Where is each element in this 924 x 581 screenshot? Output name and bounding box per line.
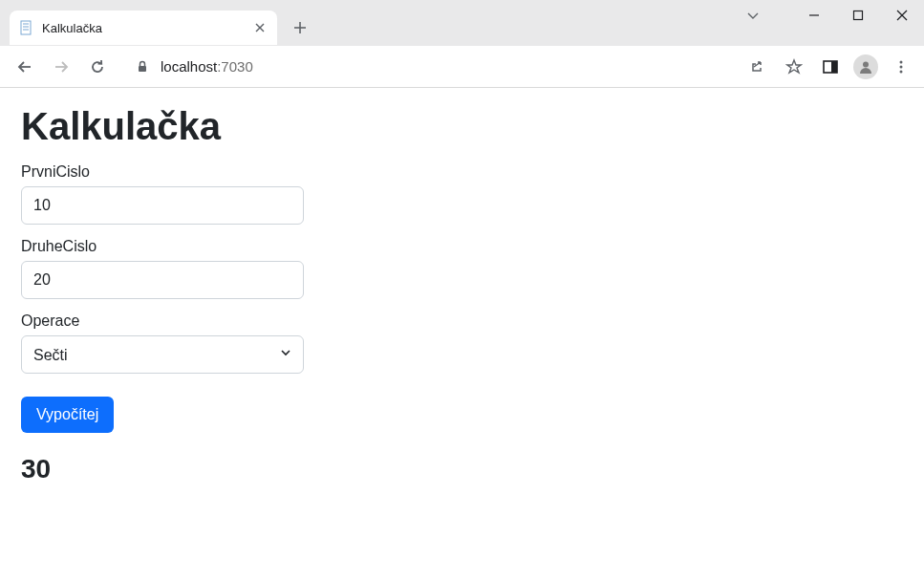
star-icon[interactable] bbox=[781, 54, 807, 80]
result-value: 30 bbox=[21, 454, 903, 484]
close-window-button[interactable] bbox=[880, 0, 924, 31]
url-port: :7030 bbox=[217, 58, 253, 75]
operation-select[interactable]: Sečti bbox=[21, 335, 304, 374]
svg-point-20 bbox=[900, 65, 903, 68]
browser-tab[interactable]: Kalkulačka bbox=[10, 11, 277, 45]
browser-toolbar: localhost:7030 bbox=[0, 46, 924, 88]
first-number-input[interactable] bbox=[21, 186, 304, 225]
svg-rect-17 bbox=[831, 61, 837, 73]
operation-label: Operace bbox=[21, 312, 903, 330]
tab-search-icon[interactable] bbox=[731, 0, 775, 31]
svg-rect-14 bbox=[139, 66, 146, 72]
svg-point-21 bbox=[900, 70, 903, 73]
first-number-group: PrvniCislo bbox=[21, 163, 903, 225]
new-tab-button[interactable] bbox=[287, 14, 313, 41]
page-favicon bbox=[19, 20, 34, 35]
profile-avatar[interactable] bbox=[853, 54, 878, 79]
window-controls bbox=[731, 0, 924, 34]
close-tab-icon[interactable] bbox=[252, 20, 268, 35]
second-number-group: DruheCislo bbox=[21, 238, 903, 299]
operation-group: Operace Sečti bbox=[21, 312, 903, 374]
svg-point-19 bbox=[900, 60, 903, 63]
svg-rect-9 bbox=[854, 11, 863, 20]
second-number-label: DruheCislo bbox=[21, 238, 903, 255]
svg-point-18 bbox=[863, 61, 869, 67]
back-button[interactable] bbox=[10, 52, 40, 82]
menu-icon[interactable] bbox=[888, 54, 914, 80]
share-icon[interactable] bbox=[744, 54, 771, 80]
svg-marker-15 bbox=[787, 60, 801, 73]
url-host: localhost bbox=[161, 58, 217, 75]
tab-title: Kalkulačka bbox=[42, 21, 252, 35]
maximize-button[interactable] bbox=[836, 0, 880, 31]
second-number-input[interactable] bbox=[21, 261, 304, 299]
side-panel-icon[interactable] bbox=[817, 54, 844, 80]
lock-icon bbox=[136, 60, 149, 74]
address-bar[interactable]: localhost:7030 bbox=[124, 52, 733, 82]
submit-button[interactable]: Vypočítej bbox=[21, 397, 114, 433]
toolbar-right bbox=[744, 54, 914, 80]
first-number-label: PrvniCislo bbox=[21, 163, 903, 181]
forward-button[interactable] bbox=[46, 52, 76, 82]
reload-button[interactable] bbox=[82, 52, 113, 82]
svg-rect-0 bbox=[21, 21, 31, 34]
minimize-button[interactable] bbox=[792, 0, 836, 31]
page-content: Kalkulačka PrvniCislo DruheCislo Operace… bbox=[0, 88, 924, 502]
page-title: Kalkulačka bbox=[21, 105, 903, 148]
browser-titlebar: Kalkulačka bbox=[0, 0, 924, 46]
